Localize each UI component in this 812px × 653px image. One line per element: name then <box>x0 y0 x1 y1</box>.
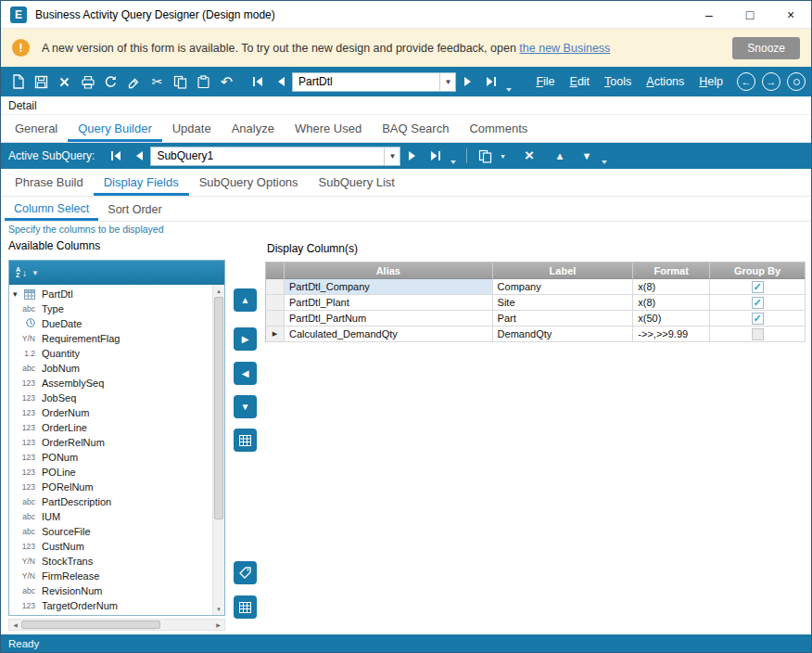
tab-display-fields[interactable]: Display Fields <box>94 169 189 196</box>
tree-item-PONum[interactable]: 123PONum <box>13 450 210 465</box>
format-cell[interactable]: ->>,>>9.99 <box>633 326 710 342</box>
tab-baq-search[interactable]: BAQ Search <box>372 115 459 142</box>
row-selector[interactable] <box>266 311 285 326</box>
expander-icon[interactable]: ▾ <box>13 289 24 299</box>
tree-vertical-scrollbar[interactable]: ▲ ▼ <box>212 285 224 615</box>
label-cell[interactable]: DemandQty <box>493 326 634 342</box>
alias-cell[interactable]: PartDtl_PartNum <box>285 311 493 326</box>
copy-icon[interactable] <box>169 70 192 94</box>
tab-query-builder[interactable]: Query Builder <box>68 115 161 142</box>
tree-item-OrderLine[interactable]: 123OrderLine <box>13 420 210 435</box>
alias-cell[interactable]: PartDtl_Company <box>285 279 493 295</box>
tree-item-CustNum[interactable]: 123CustNum <box>13 539 210 554</box>
copy-subquery-icon[interactable] <box>474 145 497 168</box>
delete-icon[interactable] <box>53 70 76 94</box>
print-icon[interactable] <box>76 70 99 94</box>
menu-tools[interactable]: Tools <box>597 71 639 92</box>
tree-item-SourceFile[interactable]: abcSourceFile <box>13 524 210 539</box>
tab-column-select[interactable]: Column Select <box>5 198 98 221</box>
first-record-icon[interactable] <box>246 70 269 94</box>
new-form-link[interactable]: the new Business <box>519 42 610 55</box>
subquery-last-icon[interactable] <box>424 145 447 168</box>
scroll-up-icon[interactable]: ▲ <box>213 285 224 297</box>
move-subquery-down-icon[interactable]: ▼ <box>575 145 598 168</box>
group-by-checkbox[interactable]: ✓ <box>752 281 764 293</box>
chevron-down-icon[interactable]: ▼ <box>384 147 400 165</box>
snooze-button[interactable]: Snooze <box>732 37 800 59</box>
tree-horizontal-scrollbar[interactable]: ◀ ▶ <box>8 619 225 631</box>
sort-az-icon[interactable]: AZ ↓ <box>16 267 27 278</box>
subquery-first-icon[interactable] <box>104 145 127 168</box>
edit-labels-button[interactable] <box>234 561 257 584</box>
menu-actions[interactable]: Actions <box>639 71 691 92</box>
group-by-checkbox[interactable] <box>752 328 764 340</box>
subquery-next-icon[interactable] <box>400 145 424 168</box>
tree-item-AssemblySeq[interactable]: 123AssemblySeq <box>13 376 210 391</box>
save-icon[interactable] <box>30 70 53 94</box>
tree-item-Type[interactable]: abcType <box>13 301 210 316</box>
row-selector[interactable] <box>266 295 285 311</box>
tree-item-Quantity[interactable]: 1.2Quantity <box>13 346 210 361</box>
tree-item-OrderNum[interactable]: 123OrderNum <box>13 405 210 420</box>
tree-item-JobNum[interactable]: abcJobNum <box>13 361 210 376</box>
home-icon[interactable] <box>787 72 806 91</box>
tree-item-FirmRelease[interactable]: Y/NFirmRelease <box>13 569 210 583</box>
alias-cell[interactable]: Calculated_DemandQty <box>285 326 493 342</box>
tree-header-dropdown-icon[interactable]: ▼ <box>32 269 39 277</box>
tree-item-DueDate[interactable]: DueDate <box>13 316 210 331</box>
chevron-down-icon[interactable]: ▼ <box>439 73 455 91</box>
col-header-format[interactable]: Format <box>633 262 710 279</box>
group-by-cell[interactable] <box>710 326 806 342</box>
back-icon[interactable]: ← <box>737 72 755 91</box>
col-header-group-by[interactable]: Group By <box>710 262 806 279</box>
format-cell[interactable]: x(8) <box>633 295 710 311</box>
remove-column-button[interactable]: ◀ <box>234 362 257 385</box>
tree-item-OrderRelNum[interactable]: 123OrderRelNum <box>13 435 210 450</box>
delete-subquery-icon[interactable]: × <box>517 145 540 168</box>
tab-phrase-build[interactable]: Phrase Build <box>5 169 94 196</box>
tab-general[interactable]: General <box>5 115 68 142</box>
label-cell[interactable]: Site <box>493 295 634 311</box>
tab-update[interactable]: Update <box>162 115 222 142</box>
scroll-right-icon[interactable]: ▶ <box>212 620 224 630</box>
refresh-icon[interactable] <box>99 70 122 94</box>
alias-cell[interactable]: PartDtl_Plant <box>285 295 493 311</box>
tree-item-RequirementFlag[interactable]: Y/NRequirementFlag <box>13 331 210 346</box>
group-by-cell[interactable]: ✓ <box>710 295 806 311</box>
subquery-combobox[interactable]: SubQuery1 ▼ <box>150 147 400 166</box>
tab-subquery-options[interactable]: SubQuery Options <box>189 169 309 196</box>
new-icon[interactable] <box>6 70 30 94</box>
tree-item-POLine[interactable]: 123POLine <box>13 465 210 480</box>
scrollbar-thumb[interactable] <box>21 621 160 629</box>
tree-item-PartDescription[interactable]: abcPartDescription <box>13 494 210 509</box>
maximize-button[interactable]: □ <box>730 1 770 28</box>
scroll-left-icon[interactable]: ◀ <box>9 620 21 630</box>
next-record-icon[interactable] <box>456 70 479 94</box>
tab-where-used[interactable]: Where Used <box>285 115 372 142</box>
record-combobox[interactable]: PartDtl ▼ <box>292 72 456 92</box>
tree-item-StockTrans[interactable]: Y/NStockTrans <box>13 554 210 569</box>
menu-file[interactable]: File <box>528 71 562 92</box>
scroll-down-icon[interactable]: ▼ <box>213 603 224 615</box>
tree-item-RevisionNum[interactable]: abcRevisionNum <box>13 583 210 598</box>
group-by-cell[interactable]: ✓ <box>710 279 806 295</box>
toolbar-overflow-icon[interactable] <box>506 88 512 92</box>
add-column-button[interactable]: ▶ <box>234 327 257 351</box>
group-by-cell[interactable]: ✓ <box>710 311 806 326</box>
group-by-checkbox[interactable]: ✓ <box>752 297 764 309</box>
previous-record-icon[interactable] <box>269 70 292 94</box>
tab-analyze[interactable]: Analyze <box>222 115 285 142</box>
move-down-button[interactable]: ▼ <box>234 395 257 418</box>
format-cell[interactable]: x(50) <box>633 311 710 326</box>
tab-comments[interactable]: Comments <box>459 115 538 142</box>
grid-row[interactable]: PartDtl_PartNumPartx(50)✓ <box>266 311 806 326</box>
tab-subquery-list[interactable]: SubQuery List <box>309 169 405 196</box>
row-selector[interactable] <box>266 279 285 295</box>
tree-item-JobSeq[interactable]: 123JobSeq <box>13 391 210 405</box>
undo-icon[interactable]: ↶ <box>215 70 238 94</box>
paste-icon[interactable] <box>192 70 215 94</box>
cut-icon[interactable]: ✂ <box>146 70 169 94</box>
col-header-label[interactable]: Label <box>493 262 634 279</box>
subquery-overflow2-icon[interactable] <box>602 160 607 164</box>
calculated-fields-button[interactable] <box>234 595 257 619</box>
